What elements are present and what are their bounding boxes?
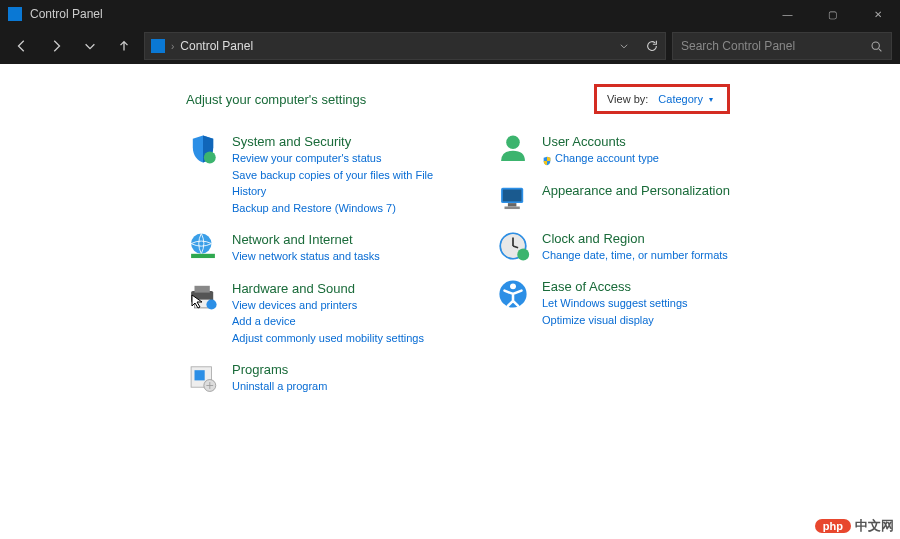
app-icon [8, 7, 22, 21]
svg-rect-15 [505, 206, 520, 209]
category-user-accounts: User Accounts Change account type [496, 132, 766, 167]
breadcrumb-separator: › [171, 41, 174, 52]
svg-rect-3 [191, 254, 215, 258]
watermark: php 中文网 [815, 517, 894, 535]
page-heading: Adjust your computer's settings [186, 92, 594, 107]
arrow-left-icon [15, 39, 29, 53]
svg-point-11 [506, 135, 520, 149]
user-icon [496, 132, 530, 166]
category-link-text: Change account type [555, 152, 659, 164]
category-network-internet: Network and Internet View network status… [186, 230, 456, 265]
category-clock-region: Clock and Region Change date, time, or n… [496, 229, 766, 264]
chevron-down-icon[interactable] [619, 41, 629, 51]
close-button[interactable]: ✕ [855, 0, 900, 28]
watermark-pill: php [815, 519, 851, 533]
view-by-selector[interactable]: View by: Category ▾ [594, 84, 730, 114]
category-link[interactable]: Review your computer's status [232, 150, 456, 167]
arrow-right-icon [49, 39, 63, 53]
svg-point-1 [204, 152, 216, 164]
clock-icon [496, 229, 530, 263]
search-placeholder: Search Control Panel [681, 39, 795, 53]
category-link[interactable]: Adjust commonly used mobility settings [232, 330, 424, 347]
category-title[interactable]: Hardware and Sound [232, 281, 355, 296]
svg-point-7 [206, 299, 216, 309]
category-title[interactable]: Clock and Region [542, 231, 645, 246]
category-link[interactable]: View network status and tasks [232, 248, 380, 265]
view-by-value[interactable]: Category ▾ [658, 93, 713, 105]
maximize-button[interactable]: ▢ [810, 0, 855, 28]
breadcrumb-text[interactable]: Control Panel [180, 39, 253, 53]
mouse-cursor-icon [190, 293, 206, 309]
dropdown-triangle-icon: ▾ [709, 95, 713, 104]
category-ease-of-access: Ease of Access Let Windows suggest setti… [496, 277, 766, 328]
arrow-up-icon [117, 39, 131, 53]
address-bar[interactable]: › Control Panel [144, 32, 666, 60]
svg-point-20 [510, 283, 516, 289]
svg-point-2 [191, 233, 211, 253]
svg-point-18 [517, 248, 529, 260]
svg-rect-13 [503, 189, 522, 201]
category-link[interactable]: Optimize visual display [542, 312, 688, 329]
svg-point-0 [872, 42, 879, 49]
chevron-down-icon [83, 39, 97, 53]
minimize-button[interactable]: — [765, 0, 810, 28]
svg-rect-5 [195, 285, 210, 292]
category-title[interactable]: Ease of Access [542, 279, 631, 294]
back-button[interactable] [8, 32, 36, 60]
category-system-security: System and Security Review your computer… [186, 132, 456, 216]
category-link[interactable]: Change date, time, or number formats [542, 247, 728, 264]
view-by-label: View by: [607, 93, 648, 105]
category-appearance-personalization: Appearance and Personalization [496, 181, 766, 215]
globe-icon [186, 230, 220, 264]
up-button[interactable] [110, 32, 138, 60]
category-link[interactable]: Backup and Restore (Windows 7) [232, 200, 456, 217]
uac-shield-icon [542, 154, 552, 164]
category-title[interactable]: Network and Internet [232, 232, 353, 247]
category-title[interactable]: Programs [232, 362, 288, 377]
category-link[interactable]: Change account type [542, 150, 659, 167]
search-icon [870, 40, 883, 53]
recent-dropdown[interactable] [76, 32, 104, 60]
ease-icon [496, 277, 530, 311]
view-by-value-text: Category [658, 93, 703, 105]
appearance-icon [496, 181, 530, 215]
svg-rect-9 [195, 370, 205, 380]
refresh-icon[interactable] [645, 39, 659, 53]
control-panel-icon [151, 39, 165, 53]
category-title[interactable]: System and Security [232, 134, 351, 149]
window-title: Control Panel [30, 7, 765, 21]
window-controls: — ▢ ✕ [765, 0, 900, 28]
category-column-left: System and Security Review your computer… [186, 132, 456, 409]
watermark-text: 中文网 [855, 517, 894, 535]
category-hardware-sound: Hardware and Sound View devices and prin… [186, 279, 456, 347]
programs-icon [186, 360, 220, 394]
category-link[interactable]: View devices and printers [232, 297, 424, 314]
navbar: › Control Panel Search Control Panel [0, 28, 900, 64]
search-box[interactable]: Search Control Panel [672, 32, 892, 60]
category-title[interactable]: Appearance and Personalization [542, 183, 730, 198]
category-link[interactable]: Add a device [232, 313, 424, 330]
shield-icon [186, 132, 220, 166]
svg-rect-14 [508, 203, 517, 206]
category-link[interactable]: Save backup copies of your files with Fi… [232, 167, 456, 200]
forward-button[interactable] [42, 32, 70, 60]
category-link[interactable]: Uninstall a program [232, 378, 327, 395]
category-column-right: User Accounts Change account type Appear… [496, 132, 766, 409]
category-programs: Programs Uninstall a program [186, 360, 456, 395]
titlebar: Control Panel — ▢ ✕ [0, 0, 900, 28]
category-title[interactable]: User Accounts [542, 134, 626, 149]
category-link[interactable]: Let Windows suggest settings [542, 295, 688, 312]
content-area: Adjust your computer's settings View by:… [0, 64, 900, 539]
